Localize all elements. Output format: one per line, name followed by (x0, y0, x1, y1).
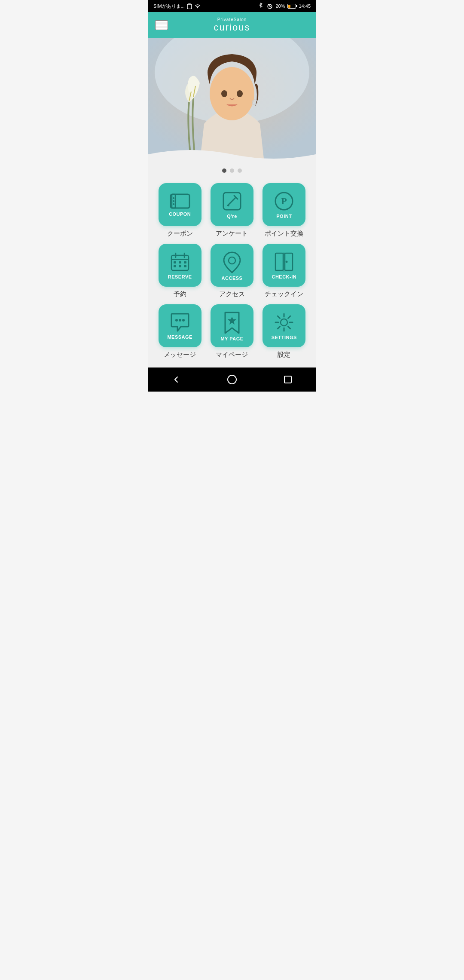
svg-rect-28 (179, 265, 181, 267)
mypage-icon-box: MY PAGE (211, 304, 253, 347)
svg-point-7 (221, 90, 227, 97)
svg-point-39 (182, 319, 185, 322)
hamburger-line (156, 28, 167, 29)
mypage-label-jp: マイページ (216, 351, 248, 359)
questionnaire-icon (221, 190, 243, 212)
access-icon-box: ACCESS (211, 244, 253, 287)
message-icon-box: MESSAGE (159, 304, 201, 347)
menu-item-message[interactable]: MESSAGE メッセージ (157, 304, 203, 359)
hamburger-menu-button[interactable] (155, 20, 168, 30)
svg-marker-40 (228, 317, 236, 325)
svg-rect-25 (179, 261, 181, 263)
menu-grid-section: COUPON クーポン Q're アンケート P (148, 179, 316, 368)
coupon-icon-label: COUPON (169, 211, 191, 217)
hero-illustration (148, 38, 316, 162)
svg-point-35 (286, 261, 288, 263)
svg-point-37 (175, 319, 178, 322)
status-right: 20% 14:45 (257, 3, 311, 9)
questionnaire-icon-box: Q're (211, 183, 253, 226)
point-icon: P (273, 190, 295, 212)
svg-point-15 (173, 200, 174, 202)
recent-button[interactable] (275, 371, 301, 388)
questionnaire-label-jp: アンケート (216, 230, 248, 238)
bluetooth-icon (257, 3, 264, 9)
menu-item-questionnaire[interactable]: Q're アンケート (209, 183, 255, 238)
svg-rect-29 (184, 265, 186, 267)
menu-grid: COUPON クーポン Q're アンケート P (157, 183, 307, 359)
dot-2 (230, 168, 234, 173)
battery-percent: 20% (275, 3, 285, 9)
time-display: 14:45 (299, 3, 311, 9)
svg-point-14 (173, 197, 174, 199)
hamburger-line (156, 21, 167, 22)
access-icon-label: ACCESS (222, 276, 243, 281)
menu-item-coupon[interactable]: COUPON クーポン (157, 183, 203, 238)
pagination-dots (148, 162, 316, 179)
status-bar: SIMがありま... 20% 14:45 (148, 0, 316, 12)
carrier-text: SIMがありま... (153, 3, 185, 9)
svg-point-16 (173, 203, 174, 205)
svg-point-1 (197, 7, 198, 8)
svg-point-30 (229, 257, 235, 264)
private-salon-label: PrivateSalon (214, 17, 250, 22)
home-button[interactable] (219, 371, 245, 388)
app-header: PrivateSalon curious (148, 12, 316, 38)
svg-point-41 (281, 319, 287, 326)
bottom-nav (148, 368, 316, 392)
coupon-label-jp: クーポン (167, 230, 193, 238)
settings-icon (273, 312, 295, 333)
reserve-icon-box: RESERVE (159, 244, 201, 287)
back-button[interactable] (163, 371, 189, 388)
svg-point-42 (228, 375, 236, 384)
brand-name: curious (214, 22, 250, 33)
recent-icon (283, 374, 293, 385)
checkin-icon-box: CHECK-IN (263, 244, 305, 287)
status-left: SIMがありま... (153, 3, 201, 9)
checkin-label-jp: チェックイン (265, 290, 303, 298)
wifi-icon (194, 3, 201, 9)
svg-rect-26 (184, 261, 186, 263)
point-icon-label: POINT (276, 214, 292, 219)
svg-point-6 (210, 67, 254, 120)
settings-label-jp: 設定 (278, 351, 290, 359)
hero-wave (148, 146, 316, 162)
menu-item-settings[interactable]: SETTINGS 設定 (261, 304, 307, 359)
message-icon-label: MESSAGE (167, 334, 192, 340)
svg-text:P: P (281, 196, 287, 206)
home-icon (227, 374, 237, 385)
dot-1 (222, 168, 226, 173)
reserve-icon (169, 251, 191, 273)
coupon-icon-box: COUPON (159, 183, 201, 226)
dot-3 (238, 168, 242, 173)
sim-icon (187, 3, 192, 9)
access-icon (221, 250, 243, 274)
point-label-jp: ポイント交換 (265, 230, 303, 238)
back-icon (171, 374, 181, 385)
menu-item-checkin[interactable]: CHECK-IN チェックイン (261, 244, 307, 298)
svg-point-8 (237, 90, 243, 97)
svg-rect-31 (275, 253, 283, 270)
menu-item-point[interactable]: P POINT ポイント交換 (261, 183, 307, 238)
svg-point-38 (179, 319, 181, 322)
svg-rect-43 (284, 376, 291, 383)
svg-rect-0 (187, 4, 192, 9)
mypage-icon-label: MY PAGE (220, 336, 243, 341)
menu-item-mypage[interactable]: MY PAGE マイページ (209, 304, 255, 359)
reserve-icon-label: RESERVE (168, 274, 192, 279)
mypage-icon (222, 311, 242, 334)
header-title: PrivateSalon curious (214, 17, 250, 33)
checkin-icon-label: CHECK-IN (272, 274, 296, 279)
checkin-icon (273, 251, 295, 273)
alarm-off-icon (267, 3, 273, 9)
hero-banner (148, 38, 316, 162)
settings-icon-label: SETTINGS (272, 335, 297, 340)
battery-icon (287, 4, 296, 9)
message-icon (169, 312, 191, 333)
settings-icon-box: SETTINGS (263, 304, 305, 347)
menu-item-access[interactable]: ACCESS アクセス (209, 244, 255, 298)
svg-rect-27 (174, 265, 176, 267)
hamburger-line (156, 24, 167, 26)
access-label-jp: アクセス (219, 290, 245, 298)
menu-item-reserve[interactable]: RESERVE 予約 (157, 244, 203, 298)
questionnaire-icon-label: Q're (227, 214, 237, 219)
